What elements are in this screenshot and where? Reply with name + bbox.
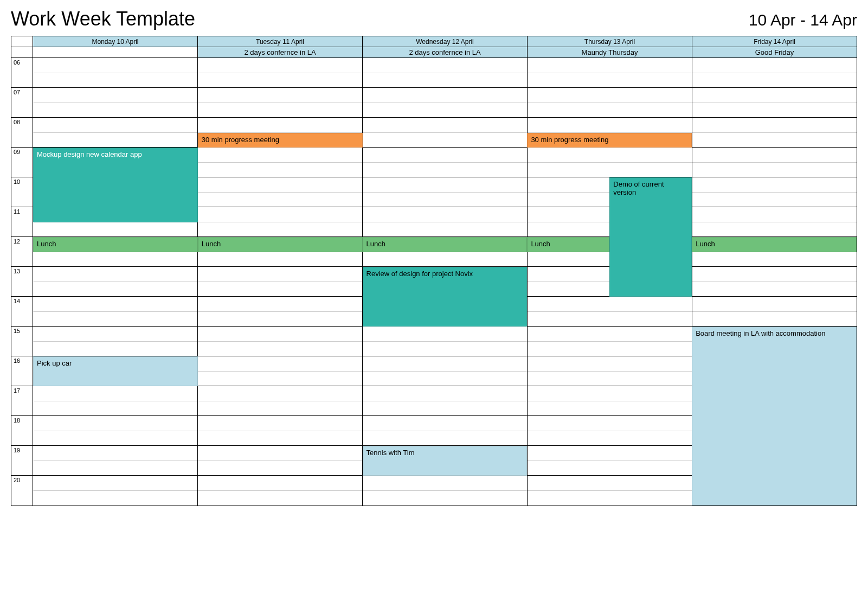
time-cell[interactable] — [692, 207, 857, 237]
calendar: Monday 10 April Tuesday 11 April Wednesd… — [11, 36, 857, 506]
time-cell[interactable] — [528, 446, 692, 476]
hour-label: 19 — [11, 446, 33, 476]
calendar-page: Work Week Template 10 Apr - 14 Apr Monda… — [0, 0, 868, 517]
calendar-event[interactable]: Review of design for project Novix — [363, 267, 528, 327]
time-grid: 060708091011121314151617181920 30 min pr… — [11, 58, 857, 506]
day-header[interactable]: Monday 10 April — [33, 36, 198, 47]
calendar-event[interactable]: Lunch — [527, 237, 609, 252]
hour-label: 20 — [11, 476, 33, 506]
time-cell[interactable] — [198, 207, 363, 237]
calendar-event[interactable]: Lunch — [33, 237, 198, 252]
calendar-event[interactable]: Lunch — [363, 237, 528, 252]
hour-label: 15 — [11, 327, 33, 356]
time-cell[interactable] — [363, 476, 528, 506]
time-cell[interactable] — [33, 446, 198, 476]
time-cell[interactable] — [198, 58, 363, 88]
time-cell[interactable] — [198, 476, 363, 506]
time-cell[interactable] — [363, 356, 528, 386]
time-cell[interactable] — [33, 386, 198, 416]
time-cell[interactable] — [528, 476, 692, 506]
time-cell[interactable] — [363, 416, 528, 446]
all-day-cell[interactable]: 2 days confernce in LA — [363, 47, 528, 58]
time-cell[interactable] — [33, 476, 198, 506]
time-cell[interactable] — [33, 416, 198, 446]
calendar-event[interactable]: Demo of current version — [609, 177, 692, 297]
time-cell[interactable] — [33, 297, 198, 327]
time-cell[interactable] — [692, 88, 857, 118]
hour-row: 07 — [11, 88, 857, 118]
time-cell[interactable] — [33, 267, 198, 297]
time-cell[interactable] — [528, 416, 692, 446]
time-cell[interactable] — [528, 356, 692, 386]
time-cell[interactable] — [692, 177, 857, 207]
hour-row: 06 — [11, 58, 857, 88]
time-cell[interactable] — [363, 58, 528, 88]
date-range: 10 Apr - 14 Apr — [749, 11, 857, 29]
time-cell[interactable] — [198, 148, 363, 177]
time-cell[interactable] — [198, 267, 363, 297]
time-cell[interactable] — [363, 386, 528, 416]
day-header-row: Monday 10 April Tuesday 11 April Wednesd… — [11, 36, 857, 47]
calendar-event[interactable]: Mockup design new calendar app — [33, 148, 198, 222]
time-cell[interactable] — [198, 177, 363, 207]
time-cell[interactable] — [198, 297, 363, 327]
time-cell[interactable] — [692, 148, 857, 177]
all-day-cell[interactable]: 2 days confernce in LA — [198, 47, 363, 58]
time-cell[interactable] — [198, 88, 363, 118]
time-cell[interactable] — [528, 88, 692, 118]
hour-label: 07 — [11, 88, 33, 118]
time-cell[interactable] — [198, 327, 363, 356]
time-cell[interactable] — [528, 58, 692, 88]
time-cell[interactable] — [692, 118, 857, 148]
calendar-event[interactable]: Lunch — [198, 237, 363, 252]
time-cell[interactable] — [198, 356, 363, 386]
hour-label: 18 — [11, 416, 33, 446]
calendar-event[interactable]: 30 min progress meeting — [527, 133, 692, 148]
page-title: Work Week Template — [11, 8, 195, 30]
time-cell[interactable] — [692, 58, 857, 88]
time-cell[interactable] — [528, 327, 692, 356]
gutter-allday — [11, 47, 33, 58]
all-day-row: 2 days confernce in LA 2 days confernce … — [11, 47, 857, 58]
time-cell[interactable] — [33, 118, 198, 148]
day-header[interactable]: Wednesday 12 April — [363, 36, 528, 47]
calendar-event[interactable]: Lunch — [692, 237, 857, 252]
hour-row: 08 — [11, 118, 857, 148]
header: Work Week Template 10 Apr - 14 Apr — [11, 8, 857, 30]
time-cell[interactable] — [33, 58, 198, 88]
day-header[interactable]: Thursday 13 April — [528, 36, 692, 47]
time-cell[interactable] — [363, 207, 528, 237]
time-cell[interactable] — [363, 88, 528, 118]
time-cell[interactable] — [528, 386, 692, 416]
time-cell[interactable] — [198, 446, 363, 476]
hour-label: 13 — [11, 267, 33, 297]
hour-label: 16 — [11, 356, 33, 386]
calendar-event[interactable]: Board meeting in LA with accommodation — [692, 327, 857, 506]
day-header[interactable]: Tuesday 11 April — [198, 36, 363, 47]
time-cell[interactable] — [363, 148, 528, 177]
calendar-event[interactable]: Pick up car — [33, 356, 198, 386]
hour-label: 09 — [11, 148, 33, 177]
hour-label: 06 — [11, 58, 33, 88]
calendar-event[interactable]: Tennis with Tim — [363, 446, 528, 476]
time-cell[interactable] — [692, 267, 857, 297]
time-cell[interactable] — [33, 88, 198, 118]
time-cell[interactable] — [33, 327, 198, 356]
day-header[interactable]: Friday 14 April — [692, 36, 857, 47]
time-cell[interactable] — [198, 416, 363, 446]
time-cell[interactable] — [198, 386, 363, 416]
hour-label: 12 — [11, 237, 33, 267]
time-cell[interactable] — [363, 327, 528, 356]
time-cell[interactable] — [692, 297, 857, 327]
all-day-cell[interactable]: Maundy Thursday — [528, 47, 692, 58]
all-day-cell[interactable]: Good Friday — [692, 47, 857, 58]
calendar-event[interactable]: 30 min progress meeting — [198, 133, 363, 148]
time-cell[interactable] — [363, 177, 528, 207]
all-day-cell[interactable] — [33, 47, 198, 58]
hour-label: 14 — [11, 297, 33, 327]
time-cell[interactable] — [528, 148, 692, 177]
gutter-corner — [11, 36, 33, 47]
time-cell[interactable] — [528, 297, 692, 327]
time-cell[interactable] — [363, 118, 528, 148]
hour-label: 17 — [11, 386, 33, 416]
